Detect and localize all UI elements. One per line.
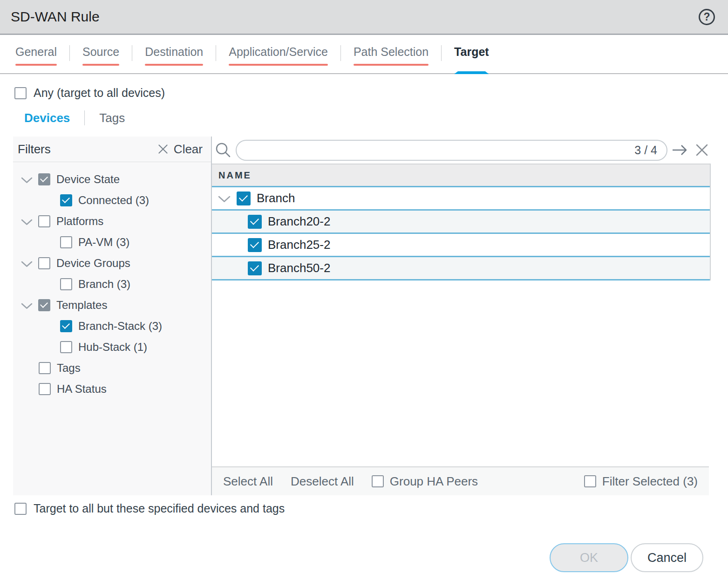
clear-filters-button[interactable]: Clear (157, 142, 203, 157)
filter-checkbox[interactable] (39, 383, 51, 395)
filter-item-branch-group[interactable]: Branch (3) (13, 273, 211, 294)
search-icon (215, 142, 231, 158)
filter-item-branch-stack[interactable]: Branch-Stack (3) (13, 315, 211, 336)
filter-item-ha-status[interactable]: HA Status (13, 378, 211, 399)
target-all-but-checkbox[interactable] (14, 503, 27, 515)
device-row-branch25-2[interactable]: Branch25-2 (212, 234, 710, 256)
help-icon[interactable]: ? (699, 9, 715, 25)
tab-label: Source (82, 44, 119, 59)
filter-item-device-groups[interactable]: Device Groups (13, 253, 211, 273)
target-all-but-row: Target to all but these specified device… (14, 502, 728, 515)
filter-checkbox[interactable] (39, 362, 51, 374)
filter-checkbox[interactable] (38, 299, 50, 311)
sdwan-rule-dialog: SD-WAN Rule ? General Source Destination… (0, 0, 728, 588)
tab-divider (340, 45, 341, 61)
filter-item-tags[interactable]: Tags (13, 357, 211, 378)
device-row-branch50-2[interactable]: Branch50-2 (212, 257, 710, 279)
tab-divider (216, 45, 216, 61)
filters-header: Filters Clear (13, 137, 211, 162)
filter-label: Platforms (56, 215, 103, 228)
filter-label: Device State (56, 173, 120, 186)
chevron-down-icon[interactable] (21, 303, 33, 309)
filter-item-templates[interactable]: Templates (13, 294, 211, 315)
dialog-actions: OK Cancel (550, 543, 703, 572)
column-header-label: NAME (218, 170, 252, 181)
close-icon (695, 143, 709, 157)
device-row-label: Branch50-2 (268, 261, 330, 275)
name-column-header: NAME (212, 164, 710, 186)
filter-item-device-state[interactable]: Device State (13, 169, 211, 190)
filter-label: Tags (57, 362, 81, 375)
select-all-button[interactable]: Select All (223, 474, 273, 489)
filters-panel: Filters Clear Device State Connected (3) (13, 137, 212, 495)
tab-label: Path Selection (354, 44, 429, 59)
title-bar: SD-WAN Rule ? (0, 0, 728, 35)
filter-selected-checkbox[interactable] (584, 475, 596, 487)
tab-divider (441, 45, 442, 61)
chevron-down-icon[interactable] (21, 261, 33, 267)
tab-application-service[interactable]: Application/Service (229, 44, 328, 73)
device-row-checkbox[interactable] (248, 215, 262, 229)
chevron-down-icon[interactable] (218, 196, 231, 203)
search-row: 3 / 4 (212, 137, 728, 164)
subtab-devices[interactable]: Devices (24, 111, 70, 125)
any-target-checkbox[interactable] (14, 87, 27, 99)
filter-label: PA-VM (3) (78, 236, 129, 249)
target-all-but-label: Target to all but these specified device… (34, 502, 285, 515)
tab-active-underline (454, 71, 489, 74)
filter-checkbox[interactable] (60, 278, 72, 290)
ok-button[interactable]: OK (550, 543, 628, 572)
tab-label: Destination (145, 44, 203, 59)
deselect-all-button[interactable]: Deselect All (291, 474, 354, 489)
filter-item-pa-vm[interactable]: PA-VM (3) (13, 232, 211, 253)
search-clear-button[interactable] (695, 143, 709, 157)
tab-error-underline (354, 64, 429, 66)
filter-item-platforms[interactable]: Platforms (13, 211, 211, 232)
tab-source[interactable]: Source (82, 44, 119, 73)
device-table: NAME Branch Branch20-2 Branch25-2 (212, 164, 711, 280)
chevron-down-icon[interactable] (21, 219, 33, 226)
filter-checkbox[interactable] (60, 320, 72, 332)
tab-target[interactable]: Target (454, 44, 489, 73)
clear-filters-label: Clear (174, 142, 203, 157)
filter-label: Device Groups (56, 257, 130, 270)
device-row-label: Branch20-2 (268, 214, 330, 229)
cancel-button[interactable]: Cancel (631, 543, 703, 572)
filter-checkbox[interactable] (60, 341, 72, 353)
device-row-checkbox[interactable] (248, 238, 262, 252)
device-row-checkbox[interactable] (248, 261, 262, 275)
chevron-down-icon[interactable] (21, 177, 33, 184)
filter-label: Connected (3) (78, 194, 149, 207)
tab-divider (69, 45, 70, 61)
filters-title: Filters (18, 142, 51, 157)
group-ha-peers-option: Group HA Peers (372, 474, 478, 489)
device-row-checkbox[interactable] (237, 191, 251, 205)
filter-checkbox[interactable] (60, 236, 72, 248)
filter-item-hub-stack[interactable]: Hub-Stack (1) (13, 336, 211, 357)
filter-checkbox[interactable] (38, 215, 50, 227)
filter-checkbox[interactable] (60, 194, 72, 206)
filter-checkbox[interactable] (38, 173, 50, 185)
tab-general[interactable]: General (15, 44, 57, 73)
subtab-tags[interactable]: Tags (99, 111, 125, 125)
tab-label: General (15, 44, 57, 59)
tab-label: Application/Service (229, 44, 328, 59)
search-next-button[interactable] (672, 144, 688, 156)
tab-error-underline (229, 64, 328, 66)
tab-path-selection[interactable]: Path Selection (354, 44, 429, 73)
filter-checkbox[interactable] (38, 257, 50, 269)
filter-label: Templates (56, 299, 107, 312)
device-row-branch[interactable]: Branch (212, 187, 710, 209)
arrow-right-icon (672, 144, 688, 156)
filter-item-connected[interactable]: Connected (3) (13, 190, 211, 211)
device-row-label: Branch (257, 191, 295, 205)
device-list-panel: 3 / 4 NAME Branch (212, 137, 728, 495)
search-input[interactable] (246, 144, 629, 157)
device-row-label: Branch25-2 (268, 238, 330, 252)
subtab-bar: Devices Tags (24, 110, 728, 125)
device-row-branch20-2[interactable]: Branch20-2 (212, 211, 710, 232)
group-ha-peers-checkbox[interactable] (372, 475, 384, 487)
filter-label: Branch-Stack (3) (78, 320, 162, 333)
tab-destination[interactable]: Destination (145, 44, 203, 73)
tab-error-underline (15, 64, 57, 66)
